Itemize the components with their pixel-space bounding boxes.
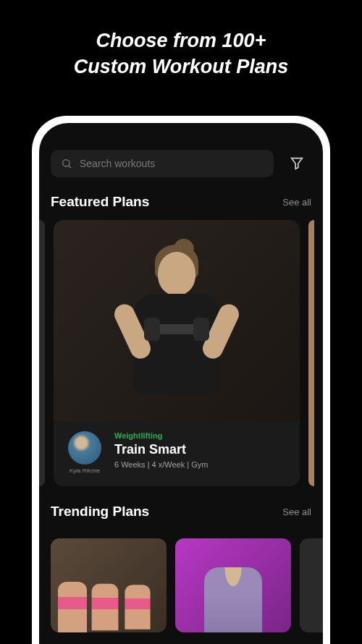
trending-see-all[interactable]: See all	[282, 507, 311, 517]
plan-name: Train Smart	[114, 442, 290, 457]
svg-line-1	[69, 166, 71, 168]
svg-point-0	[63, 160, 70, 166]
hero-line-1: Choose from 100+	[96, 30, 266, 51]
trending-card[interactable]	[300, 538, 323, 632]
trending-carousel[interactable]	[39, 538, 323, 632]
featured-carousel[interactable]: Kyla Ritchie Weightlifting Train Smart 6…	[39, 220, 323, 486]
trending-card[interactable]	[51, 538, 167, 632]
trainer-avatar	[68, 431, 101, 465]
featured-plan-footer: Kyla Ritchie Weightlifting Train Smart 6…	[54, 421, 300, 486]
trending-title: Trending Plans	[51, 504, 149, 520]
search-placeholder: Search workouts	[80, 158, 155, 169]
plan-text: Weightlifting Train Smart 6 Weeks | 4 x/…	[114, 431, 290, 469]
filter-icon	[289, 156, 305, 171]
hero-headline: Choose from 100+ Custom Workout Plans	[0, 0, 362, 101]
featured-plan-card[interactable]: Kyla Ritchie Weightlifting Train Smart 6…	[54, 220, 300, 486]
plan-meta: 6 Weeks | 4 x/Week | Gym	[114, 460, 290, 469]
hero-line-2: Custom Workout Plans	[74, 56, 289, 77]
search-icon	[61, 158, 72, 169]
filter-button[interactable]	[282, 149, 311, 178]
person-silhouette	[97, 237, 256, 440]
featured-see-all[interactable]: See all	[282, 197, 311, 208]
featured-title: Featured Plans	[51, 194, 149, 210]
prev-card-edge[interactable]	[39, 220, 45, 486]
trending-header: Trending Plans See all	[39, 504, 323, 520]
featured-header: Featured Plans See all	[39, 194, 323, 210]
trending-card[interactable]	[175, 538, 291, 632]
trainer-name: Kyla Ritchie	[70, 468, 100, 475]
next-card-edge[interactable]	[308, 220, 314, 486]
phone-frame: Search workouts Featured Plans See all	[32, 116, 330, 644]
phone-screen: Search workouts Featured Plans See all	[39, 123, 323, 644]
plan-category: Weightlifting	[114, 431, 290, 440]
search-row: Search workouts	[39, 149, 323, 178]
trainer-block[interactable]: Kyla Ritchie	[64, 431, 106, 475]
search-input[interactable]: Search workouts	[51, 150, 274, 177]
